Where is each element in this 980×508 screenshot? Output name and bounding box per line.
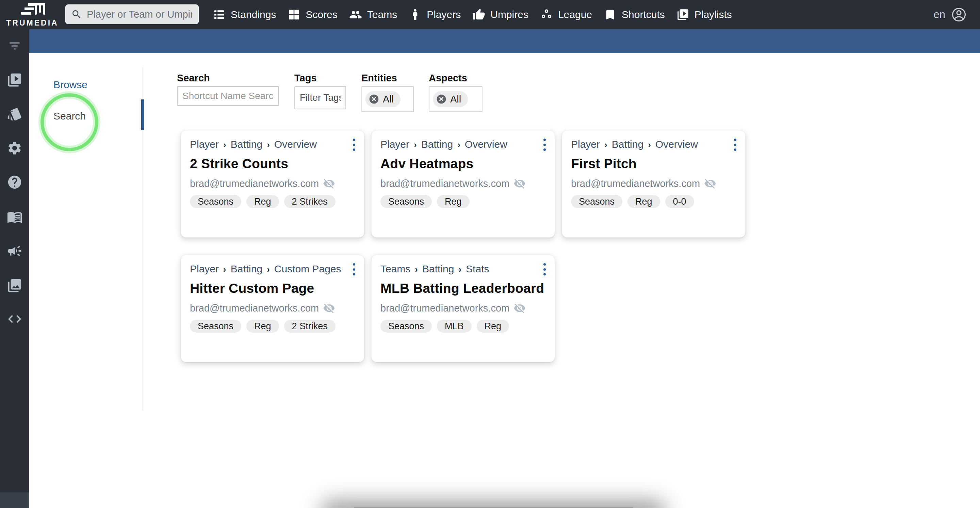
card-owner-row: brad@trumedianetworks.com [380, 177, 545, 190]
chevron-right-icon: › [267, 264, 270, 275]
user-avatar-icon[interactable] [951, 6, 967, 23]
league-cubes-icon [540, 8, 553, 21]
global-search [65, 5, 199, 24]
chevron-right-icon: › [605, 139, 608, 150]
nav-item-label: Teams [367, 9, 397, 21]
remove-entities-filter-button[interactable] [369, 94, 379, 105]
card-title: Adv Heatmaps [380, 156, 545, 171]
nav-item-teams[interactable]: Teams [343, 0, 403, 29]
card-menu-kebab-icon[interactable] [542, 263, 546, 275]
shortcut-card[interactable]: Player›Batting›Overview2 Strike Countsbr… [181, 130, 364, 238]
search-filter-label: Search [177, 73, 279, 83]
tag-pill: Reg [437, 195, 469, 208]
tag-pill: Reg [477, 320, 509, 333]
shortcut-name-search-input[interactable] [177, 86, 279, 106]
brand-logo[interactable]: TRUMEDIA [0, 0, 65, 29]
top-navbar: TRUMEDIA StandingsScoresTeamsPlayersUmpi… [0, 0, 980, 29]
nav-item-standings[interactable]: Standings [207, 0, 282, 29]
tag-pill: 0-0 [665, 195, 694, 208]
tag-pill: Seasons [571, 195, 622, 208]
shortcut-card[interactable]: Teams›Batting›StatsMLB Batting Leaderboa… [371, 255, 555, 362]
card-tags-row: SeasonsReg0-0 [571, 195, 736, 208]
aspects-filter: Aspects All [429, 73, 482, 112]
tags-icon[interactable] [0, 106, 29, 122]
card-owner-email: brad@trumedianetworks.com [380, 178, 509, 189]
breadcrumb-segment: Player [190, 263, 219, 275]
card-menu-kebab-icon[interactable] [352, 139, 356, 151]
chevron-right-icon: › [223, 139, 226, 150]
nav-item-shortcuts[interactable]: Shortcuts [598, 0, 671, 29]
filter-icon[interactable] [0, 38, 29, 53]
scores-grid-icon [288, 8, 301, 21]
card-owner-row: brad@trumedianetworks.com [190, 302, 355, 314]
breadcrumb-segment: Batting [422, 263, 454, 275]
help-icon[interactable] [0, 174, 29, 190]
breadcrumb-segment: Stats [466, 263, 489, 275]
sidebar-footer-block [0, 492, 29, 508]
chevron-right-icon: › [457, 139, 460, 150]
tag-pill: 2 Strikes [284, 195, 336, 208]
chevron-right-icon: › [267, 139, 270, 150]
breadcrumb-segment: Batting [231, 263, 262, 275]
tag-pill: Seasons [380, 320, 432, 333]
card-owner-row: brad@trumedianetworks.com [380, 302, 545, 314]
tag-pill: MLB [437, 320, 472, 333]
tag-pill: Seasons [190, 320, 241, 333]
entities-filter: Entities All [361, 73, 414, 112]
card-title: First Pitch [571, 156, 736, 171]
nav-item-playlists[interactable]: Playlists [671, 0, 738, 29]
remove-aspects-filter-button[interactable] [436, 94, 447, 105]
tag-pill: Reg [627, 195, 660, 208]
eye-off-icon [514, 177, 526, 190]
card-breadcrumb: Player›Batting›Overview [571, 139, 736, 150]
settings-gear-icon[interactable] [0, 140, 29, 156]
player-icon [409, 8, 422, 21]
language-indicator[interactable]: en [934, 0, 945, 29]
breadcrumb-segment: Overview [274, 139, 317, 150]
entities-filter-label: Entities [361, 73, 414, 83]
chevron-right-icon: › [415, 264, 418, 275]
shortcut-card[interactable]: Player›Batting›OverviewFirst Pitchbrad@t… [562, 130, 746, 238]
megaphone-icon[interactable] [0, 243, 29, 259]
bottom-edge-shade [354, 506, 633, 508]
global-search-input[interactable] [86, 8, 193, 21]
book-icon[interactable] [0, 209, 29, 225]
eye-off-icon [704, 177, 716, 190]
code-icon[interactable] [0, 311, 29, 327]
nav-item-scores[interactable]: Scores [282, 0, 343, 29]
shortcut-card[interactable]: Player›Batting›OverviewAdv Heatmapsbrad@… [371, 130, 555, 238]
card-tags-row: SeasonsMLBReg [380, 320, 545, 333]
card-menu-kebab-icon[interactable] [352, 263, 356, 275]
card-title: Hitter Custom Page [190, 281, 355, 296]
tag-pill: Reg [247, 195, 279, 208]
tab-browse[interactable]: Browse [53, 79, 88, 91]
entities-filter-box[interactable]: All [361, 86, 414, 112]
nav-item-players[interactable]: Players [403, 0, 466, 29]
filter-tags-input[interactable] [294, 86, 346, 109]
breadcrumb-segment: Batting [231, 139, 262, 150]
breadcrumb-segment: Batting [421, 139, 453, 150]
page-header-band [29, 29, 980, 53]
card-menu-kebab-icon[interactable] [542, 139, 546, 151]
card-menu-kebab-icon[interactable] [733, 139, 737, 151]
teams-people-icon [349, 8, 362, 21]
tab-search[interactable]: Search [53, 110, 86, 122]
tag-pill: Seasons [190, 195, 241, 208]
aspects-filter-box[interactable]: All [429, 86, 482, 112]
breadcrumb-segment: Player [571, 139, 600, 150]
video-library-icon[interactable] [0, 72, 29, 88]
aspects-all-pill: All [433, 91, 468, 107]
shortcut-card[interactable]: Player›Batting›Custom PagesHitter Custom… [181, 255, 364, 362]
shortcut-cards-grid: Player›Batting›Overview2 Strike Countsbr… [181, 130, 752, 362]
nav-item-umpires[interactable]: Umpires [466, 0, 534, 29]
card-tags-row: SeasonsReg2 Strikes [190, 320, 355, 333]
thumbs-up-icon [472, 8, 485, 21]
card-owner-row: brad@trumedianetworks.com [190, 177, 355, 190]
card-breadcrumb: Player›Batting›Overview [190, 139, 355, 150]
nav-item-league[interactable]: League [534, 0, 598, 29]
nav-menu: StandingsScoresTeamsPlayersUmpiresLeague… [207, 0, 738, 29]
trumedia-logo-icon [19, 3, 46, 18]
image-gallery-icon[interactable] [0, 278, 29, 293]
breadcrumb-segment: Player [380, 139, 409, 150]
breadcrumb-segment: Teams [380, 263, 410, 275]
